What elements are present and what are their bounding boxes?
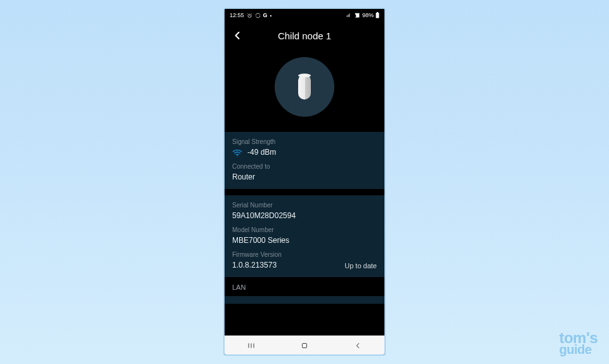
node-avatar bbox=[275, 57, 334, 117]
back-button[interactable] bbox=[231, 29, 244, 42]
panel-divider bbox=[225, 189, 384, 195]
watermark-logo: tom's guide bbox=[559, 332, 598, 355]
battery-icon bbox=[376, 12, 379, 18]
wifi-icon bbox=[232, 148, 242, 157]
serial-value: 59A10M28D02594 bbox=[232, 211, 377, 220]
serial-label: Serial Number bbox=[232, 202, 377, 209]
router-device-icon bbox=[296, 73, 313, 101]
android-status-bar: 12:55 G • 98% bbox=[225, 9, 384, 22]
status-time: 12:55 bbox=[230, 12, 244, 18]
firmware-field[interactable]: Firmware Version 1.0.8.213573 Up to date bbox=[232, 251, 377, 270]
signal-label: Signal Strength bbox=[232, 138, 377, 145]
model-field: Model Number MBE7000 Series bbox=[232, 226, 377, 245]
alarm-icon bbox=[247, 13, 252, 18]
serial-field: Serial Number 59A10M28D02594 bbox=[232, 202, 377, 220]
content-scroll[interactable]: Signal Strength -49 dBm Connected to bbox=[225, 132, 384, 335]
status-battery-pct: 98% bbox=[362, 12, 374, 18]
nav-recents-button[interactable] bbox=[232, 341, 270, 350]
connected-field: Connected to Router bbox=[232, 163, 377, 181]
svg-rect-9 bbox=[303, 343, 307, 348]
phone-frame: 12:55 G • 98% Child node bbox=[223, 8, 386, 356]
sync-icon bbox=[255, 13, 261, 18]
svg-point-4 bbox=[298, 74, 311, 77]
firmware-label: Firmware Version bbox=[232, 251, 377, 258]
connected-label: Connected to bbox=[232, 163, 377, 170]
status-dot: • bbox=[270, 13, 272, 18]
signal-icon bbox=[354, 13, 360, 18]
google-icon: G bbox=[263, 12, 268, 18]
device-panel: Serial Number 59A10M28D02594 Model Numbe… bbox=[225, 195, 384, 277]
svg-rect-3 bbox=[298, 74, 311, 100]
model-label: Model Number bbox=[232, 226, 377, 233]
svg-rect-1 bbox=[376, 13, 379, 18]
android-nav-bar bbox=[225, 335, 384, 354]
signal-value: -49 dBm bbox=[247, 148, 276, 157]
page-title: Child node 1 bbox=[225, 30, 384, 41]
app-header: Child node 1 bbox=[225, 22, 384, 49]
svg-point-5 bbox=[237, 155, 238, 156]
nav-home-button[interactable] bbox=[285, 341, 324, 350]
firmware-status: Up to date bbox=[344, 262, 377, 270]
node-hero bbox=[225, 49, 384, 132]
nav-back-button[interactable] bbox=[339, 341, 377, 350]
signal-field: Signal Strength -49 dBm bbox=[232, 138, 377, 157]
volte-icon bbox=[346, 13, 352, 18]
connection-panel: Signal Strength -49 dBm Connected to bbox=[225, 132, 384, 189]
lan-panel-peek[interactable] bbox=[225, 296, 384, 304]
firmware-value: 1.0.8.213573 bbox=[232, 261, 277, 270]
lan-section-header: LAN bbox=[225, 277, 384, 296]
svg-rect-2 bbox=[377, 12, 378, 13]
connected-value: Router bbox=[232, 172, 377, 181]
model-value: MBE7000 Series bbox=[232, 236, 377, 245]
